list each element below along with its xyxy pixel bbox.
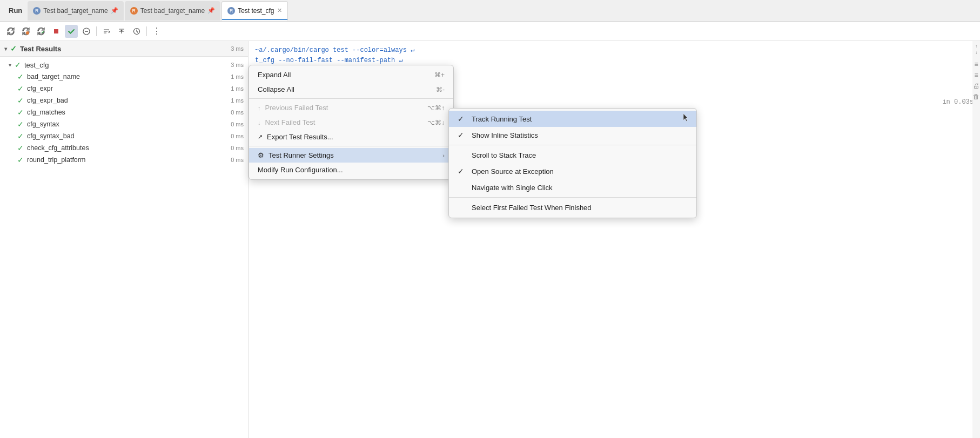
submenu-track-running-label: Track Running Test — [472, 115, 532, 123]
main-content: ▾ ✓ Test Results 3 ms ▾ ✓ test_cfg 3 ms … — [0, 41, 980, 438]
tab-1-label: Test bad_target_name — [43, 7, 108, 15]
menu-expand-all-label: Expand All — [258, 71, 291, 79]
menu-expand-all-shortcut: ⌘+ — [434, 71, 445, 79]
test-item-4[interactable]: ✓ cfg_syntax 0 ms — [0, 118, 248, 130]
run-label: Run — [4, 6, 26, 15]
collapse-button[interactable] — [115, 25, 128, 38]
menu-export[interactable]: ↗ Export Test Results... — [249, 130, 453, 144]
tab-active-underline — [222, 19, 287, 20]
test-item-5-check: ✓ — [17, 132, 24, 140]
test-item-3-check: ✓ — [17, 108, 24, 117]
menu-divider-2 — [249, 146, 453, 146]
menu-next-failed-shortcut: ⌥⌘↓ — [427, 119, 445, 126]
menu-next-failed-arrow: ↓ — [258, 119, 261, 126]
test-item-1[interactable]: ✓ cfg_expr 1 ms — [0, 83, 248, 95]
show-passed-button[interactable] — [65, 25, 78, 38]
toolbar: ⋮ — [0, 22, 980, 41]
menu-modify-run[interactable]: Modify Run Configuration... — [249, 163, 453, 177]
submenu-show-inline-label: Show Inline Statistics — [472, 131, 538, 139]
history-button[interactable] — [130, 25, 143, 38]
submenu-navigate-single-check — [458, 183, 466, 192]
svg-rect-1 — [54, 29, 58, 33]
test-results-title: Test Results — [20, 45, 61, 53]
test-item-7[interactable]: ✓ round_trip_platform 0 ms — [0, 154, 248, 166]
tab-3-icon: R — [227, 7, 235, 15]
submenu-scroll-stack-label: Scroll to Stack Trace — [472, 151, 536, 159]
submenu-navigate-single[interactable]: Navigate with Single Click — [449, 179, 696, 196]
test-item-3[interactable]: ✓ cfg_matches 0 ms — [0, 106, 248, 118]
sort-button[interactable] — [100, 25, 113, 38]
test-results-duration: 3 ms — [231, 45, 244, 52]
test-item-0[interactable]: ✓ bad_target_name 1 ms — [0, 71, 248, 83]
rerun-failed-button[interactable] — [19, 25, 32, 38]
scroll-up-button[interactable]: ↑ — [974, 43, 979, 49]
menu-prev-failed[interactable]: ↑ Previous Failed Test ⌥⌘↑ — [249, 100, 453, 115]
menu-collapse-all[interactable]: Collapse All ⌘- — [249, 82, 453, 97]
submenu-track-running[interactable]: ✓ Track Running Test — [449, 111, 696, 127]
test-item-7-duration: 0 ms — [231, 157, 244, 163]
submenu-scroll-stack-check — [458, 151, 466, 159]
align2-icon[interactable]: ≡ — [974, 71, 978, 79]
delete-icon[interactable]: 🗑 — [973, 93, 979, 100]
test-list: ▾ ✓ test_cfg 3 ms ✓ bad_target_name 1 ms… — [0, 57, 248, 438]
scroll-down-button[interactable]: ↓ — [974, 50, 979, 55]
submenu-show-inline[interactable]: ✓ Show Inline Statistics — [449, 127, 696, 143]
test-item-5-duration: 0 ms — [231, 133, 244, 139]
tab-3[interactable]: R Test test_cfg ✕ — [221, 1, 287, 21]
test-item-5[interactable]: ✓ cfg_syntax_bad 0 ms — [0, 130, 248, 142]
test-results-chevron[interactable]: ▾ — [4, 46, 7, 52]
tab-2-label: Test bad_target_name — [140, 7, 205, 15]
menu-test-runner[interactable]: ⚙ Test Runner Settings › — [249, 148, 453, 163]
align-icon[interactable]: ≡ — [974, 60, 978, 68]
test-item-6[interactable]: ✓ check_cfg_attributes 0 ms — [0, 142, 248, 154]
test-item-2-name: cfg_expr_bad — [27, 97, 68, 104]
menu-next-failed-label: Next Failed Test — [265, 118, 316, 126]
submenu: ✓ Track Running Test ✓ Show Inline Stati… — [448, 108, 697, 218]
menu-test-runner-gear-icon: ⚙ — [258, 151, 264, 159]
tab-1-icon: R — [33, 7, 41, 15]
tab-bar: Run R Test bad_target_name 📌 R Test bad_… — [0, 0, 980, 22]
tab-1[interactable]: R Test bad_target_name 📌 — [28, 1, 123, 21]
tab-1-pin-icon: 📌 — [111, 7, 118, 14]
svg-point-0 — [26, 31, 29, 35]
console-line-0: ~a/.cargo/bin/cargo test --color=always … — [255, 45, 974, 56]
cursor-hand-icon — [681, 113, 690, 125]
submenu-scroll-stack[interactable]: Scroll to Stack Trace — [449, 147, 696, 163]
cancel-button[interactable] — [80, 25, 93, 38]
submenu-track-running-check: ✓ — [458, 114, 466, 123]
toolbar-more-button[interactable]: ⋮ — [150, 26, 163, 36]
toolbar-separator-2 — [146, 26, 147, 36]
menu-divider-1 — [249, 98, 453, 99]
menu-prev-failed-shortcut: ⌥⌘↑ — [427, 104, 445, 112]
test-results-check-icon: ✓ — [10, 44, 17, 53]
menu-collapse-all-shortcut: ⌘- — [436, 86, 445, 93]
submenu-select-first-failed-label: Select First Failed Test When Finished — [472, 204, 592, 212]
rerun-button[interactable] — [4, 25, 17, 38]
menu-test-runner-label: Test Runner Settings — [269, 151, 334, 159]
submenu-navigate-single-label: Navigate with Single Click — [472, 184, 553, 192]
tab-3-close-icon[interactable]: ✕ — [277, 7, 282, 14]
submenu-show-inline-check: ✓ — [458, 131, 466, 139]
print-icon[interactable]: 🖨 — [973, 82, 979, 90]
scrollbar-icons: ≡ ≡ 🖨 🗑 — [973, 60, 979, 100]
tab-2[interactable]: R Test bad_target_name 📌 — [125, 1, 220, 21]
test-item-4-name: cfg_syntax — [27, 120, 59, 128]
test-group-cfg[interactable]: ▾ ✓ test_cfg 3 ms — [0, 59, 248, 71]
group-duration: 3 ms — [231, 62, 244, 68]
menu-next-failed[interactable]: ↓ Next Failed Test ⌥⌘↓ — [249, 115, 453, 130]
test-item-3-name: cfg_matches — [27, 109, 65, 116]
menu-prev-failed-arrow: ↑ — [258, 105, 261, 111]
stop-button[interactable] — [50, 25, 63, 38]
menu-modify-run-label: Modify Run Configuration... — [258, 166, 343, 174]
test-item-2-duration: 1 ms — [231, 97, 244, 104]
test-item-7-check: ✓ — [17, 156, 24, 164]
submenu-open-source[interactable]: ✓ Open Source at Exception — [449, 163, 696, 179]
menu-expand-all[interactable]: Expand All ⌘+ — [249, 68, 453, 82]
test-item-2[interactable]: ✓ cfg_expr_bad 1 ms — [0, 95, 248, 106]
tab-2-icon: R — [130, 7, 138, 15]
rerun-coverage-button[interactable] — [35, 25, 48, 38]
menu-collapse-all-label: Collapse All — [258, 85, 294, 93]
left-panel: ▾ ✓ Test Results 3 ms ▾ ✓ test_cfg 3 ms … — [0, 41, 249, 438]
test-item-3-duration: 0 ms — [231, 109, 244, 116]
submenu-select-first-failed[interactable]: Select First Failed Test When Finished — [449, 199, 696, 215]
